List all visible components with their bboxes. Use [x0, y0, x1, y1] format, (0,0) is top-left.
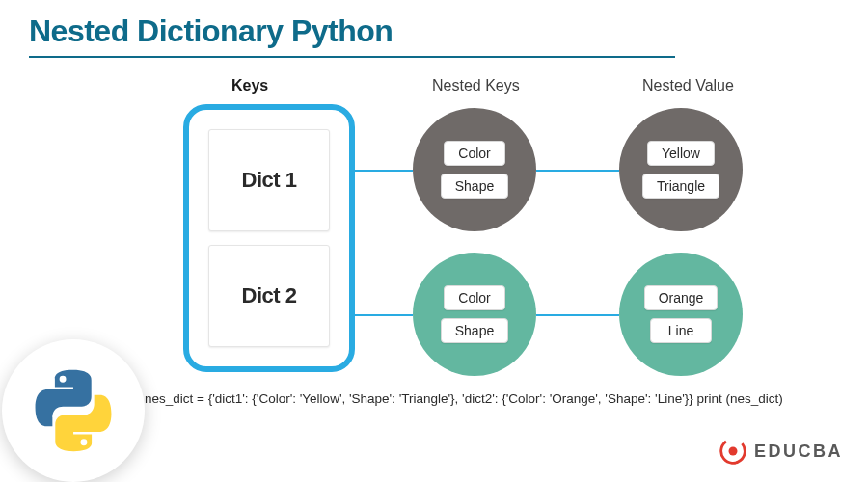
connector-line — [536, 314, 619, 316]
chip-nested-key: Color — [444, 285, 505, 310]
nested-values-circle-1: Yellow Triangle — [619, 108, 743, 231]
keys-container: Dict 1 Dict 2 — [183, 104, 355, 372]
column-header-nested-keys: Nested Keys — [432, 77, 520, 94]
page-title: Nested Dictionary Python — [29, 13, 393, 49]
svg-point-1 — [729, 447, 738, 456]
key-cell-dict2: Dict 2 — [208, 245, 330, 347]
python-logo-icon — [2, 339, 145, 482]
brand-logo: EDUCBA — [719, 438, 843, 465]
chip-nested-value: Line — [650, 318, 712, 343]
chip-nested-key: Shape — [441, 318, 508, 343]
column-header-nested-value: Nested Value — [642, 77, 734, 94]
connector-line — [355, 170, 413, 172]
chip-nested-value: Orange — [644, 285, 719, 310]
nested-values-circle-2: Orange Line — [619, 253, 743, 376]
chip-nested-key: Shape — [441, 174, 508, 199]
nested-keys-circle-2: Color Shape — [413, 253, 536, 376]
nested-keys-circle-1: Color Shape — [413, 108, 536, 231]
code-snippet: nes_dict = {'dict1': {'Color': 'Yellow',… — [145, 391, 839, 406]
key-cell-dict1: Dict 1 — [208, 129, 330, 231]
title-underline — [29, 56, 675, 58]
brand-mark-icon — [719, 438, 746, 465]
chip-nested-value: Yellow — [647, 141, 715, 166]
brand-text: EDUCBA — [754, 442, 843, 462]
chip-nested-value: Triangle — [642, 174, 719, 199]
column-header-keys: Keys — [231, 77, 268, 94]
connector-line — [355, 314, 413, 316]
connector-line — [536, 170, 619, 172]
chip-nested-key: Color — [444, 141, 505, 166]
